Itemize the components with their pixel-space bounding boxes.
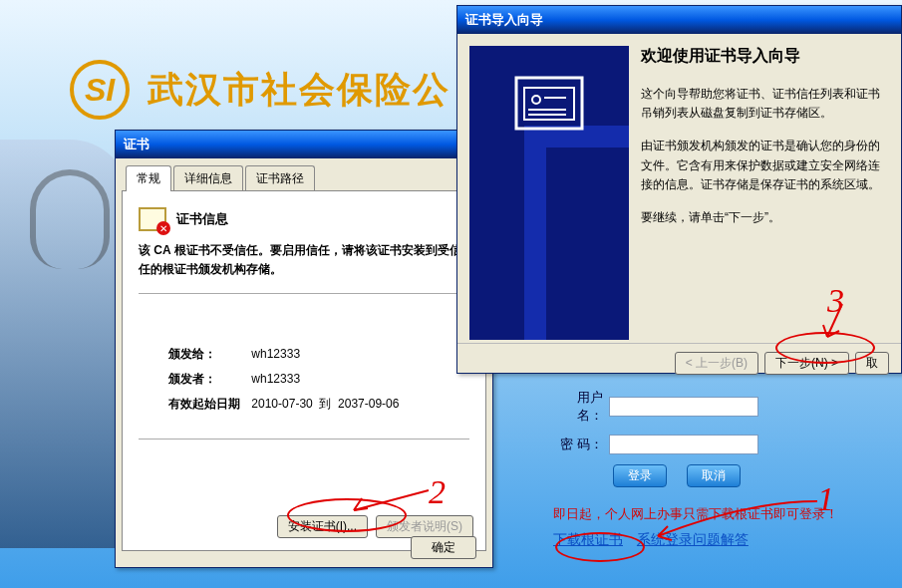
page-banner: SI 武汉市社会保险公 bbox=[70, 60, 451, 120]
username-label: 用户名： bbox=[553, 389, 603, 425]
separator bbox=[139, 439, 469, 440]
page-title: 武汉市社会保险公 bbox=[148, 66, 451, 115]
import-wizard-dialog: 证书导入向导 欢迎使用证书导入向导 这个向导帮助您将证书、证书信任列表和证书吊销… bbox=[456, 5, 902, 374]
cert-info-heading: 证书信息 bbox=[176, 210, 228, 228]
login-notice: 即日起，个人网上办事只需下载根证书即可登录！ bbox=[553, 505, 892, 523]
validity-mid: 到 bbox=[319, 397, 331, 411]
tab-details[interactable]: 详细信息 bbox=[173, 165, 243, 191]
issuer-value: wh12333 bbox=[251, 372, 300, 386]
svg-point-2 bbox=[532, 96, 540, 104]
certificate-dialog-title[interactable]: 证书 bbox=[116, 131, 492, 158]
wizard-back-button: < 上一步(B) bbox=[675, 352, 758, 375]
login-faq-link[interactable]: 系统登录问题解答 bbox=[637, 531, 749, 547]
login-button[interactable]: 登录 bbox=[613, 464, 667, 487]
logo-icon: SI bbox=[70, 60, 130, 120]
svg-rect-0 bbox=[516, 78, 582, 129]
wizard-cancel-button[interactable]: 取 bbox=[855, 352, 889, 375]
issued-to-label: 颁发给： bbox=[168, 346, 248, 363]
tab-strip: 常规 详细信息 证书路径 bbox=[122, 164, 486, 190]
tab-body-general: 证书信息 该 CA 根证书不受信任。要启用信任，请将该证书安装到受信任的根证书颁… bbox=[122, 190, 486, 551]
import-wizard-title[interactable]: 证书导入向导 bbox=[457, 6, 901, 34]
username-input[interactable] bbox=[609, 397, 758, 417]
wizard-next-button[interactable]: 下一步(N) > bbox=[764, 352, 849, 375]
password-label: 密 码： bbox=[553, 436, 603, 453]
ok-button[interactable]: 确定 bbox=[411, 536, 476, 559]
certificate-graphic-icon bbox=[514, 76, 584, 131]
validity-to: 2037-09-06 bbox=[338, 397, 399, 411]
separator bbox=[139, 293, 469, 294]
issuer-row: 颁发者： wh12333 bbox=[168, 371, 469, 388]
certificate-error-icon bbox=[139, 207, 166, 231]
issuer-label: 颁发者： bbox=[168, 371, 248, 388]
install-certificate-button[interactable]: 安装证书(I)... bbox=[277, 515, 368, 538]
wizard-heading: 欢迎使用证书导入向导 bbox=[641, 46, 889, 67]
wizard-graphic bbox=[469, 46, 629, 340]
validity-row: 有效起始日期 2010-07-30 到 2037-09-06 bbox=[168, 396, 469, 413]
wizard-text-pane: 欢迎使用证书导入向导 这个向导帮助您将证书、证书信任列表和证书吊销列表从磁盘复制… bbox=[641, 46, 889, 331]
cert-trust-warning: 该 CA 根证书不受信任。要启用信任，请将该证书安装到受信任的根证书颁发机构存储… bbox=[139, 241, 469, 279]
login-panel: 用户名： 密 码： 登录 取消 即日起，个人网上办事只需下载根证书即可登录！ 下… bbox=[553, 389, 892, 549]
validity-from: 2010-07-30 bbox=[251, 397, 312, 411]
tab-general[interactable]: 常规 bbox=[126, 165, 171, 191]
issued-to-value: wh12333 bbox=[251, 347, 300, 361]
issuer-statement-button: 颁发者说明(S) bbox=[376, 515, 473, 538]
cancel-button[interactable]: 取消 bbox=[687, 464, 741, 487]
validity-label: 有效起始日期 bbox=[168, 396, 248, 413]
wizard-button-row: < 上一步(B) 下一步(N) > 取 bbox=[457, 343, 901, 383]
wizard-paragraph-3: 要继续，请单击“下一步”。 bbox=[641, 208, 889, 227]
wizard-paragraph-2: 由证书颁发机构颁发的证书是确认您的身份的文件。它含有用来保护数据或建立安全网络连… bbox=[641, 137, 889, 194]
headset-icon bbox=[30, 169, 110, 269]
wizard-paragraph-1: 这个向导帮助您将证书、证书信任列表和证书吊销列表从磁盘复制到证书存储区。 bbox=[641, 85, 889, 123]
password-input[interactable] bbox=[609, 435, 758, 454]
tab-cert-path[interactable]: 证书路径 bbox=[245, 165, 315, 191]
issued-to-row: 颁发给： wh12333 bbox=[168, 346, 469, 363]
certificate-dialog: 证书 常规 详细信息 证书路径 证书信息 该 CA 根证书不受信任。要启用信任，… bbox=[115, 130, 493, 568]
download-root-cert-link[interactable]: 下载根证书 bbox=[553, 531, 623, 547]
